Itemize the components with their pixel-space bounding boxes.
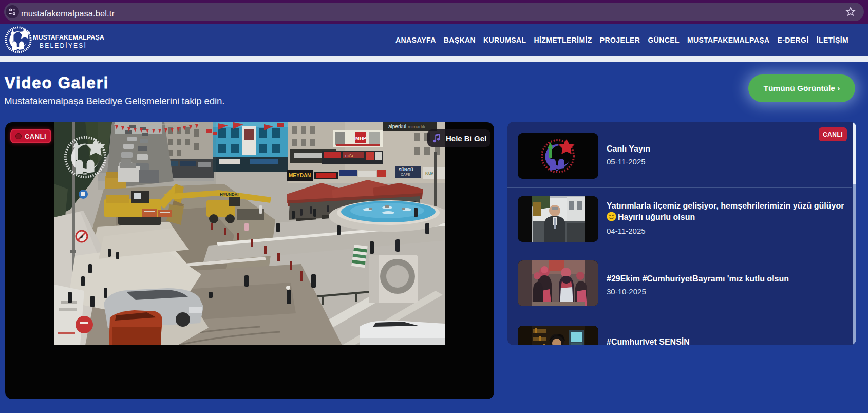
svg-text:HYUNDAI: HYUNDAI — [220, 192, 238, 197]
svg-text:SÜNGÜ: SÜNGÜ — [399, 167, 413, 172]
svg-text:alperkul: alperkul — [388, 124, 406, 129]
svg-text:Kuv: Kuv — [425, 171, 433, 176]
svg-text:LIĞI: LIĞI — [345, 154, 353, 158]
svg-text:mimarlık: mimarlık — [408, 124, 425, 129]
svg-text:MEYDAN: MEYDAN — [289, 173, 311, 178]
svg-text:MHP: MHP — [355, 135, 367, 141]
svg-text:CAFE: CAFE — [401, 173, 410, 176]
